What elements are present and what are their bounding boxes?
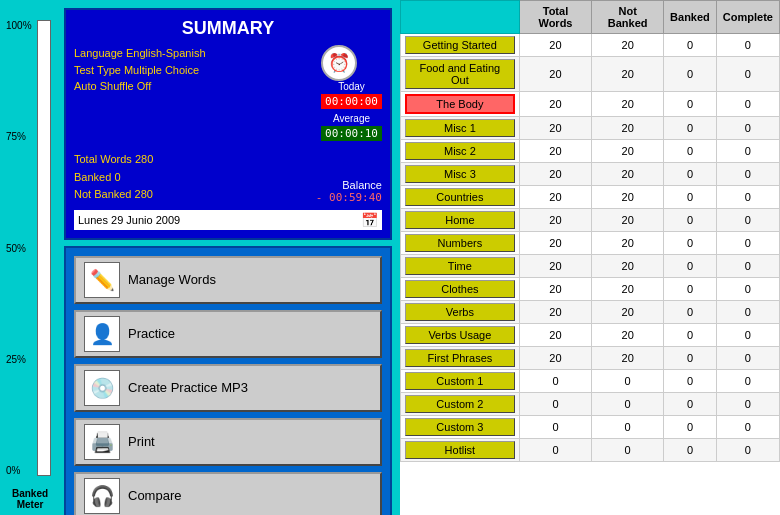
col-header-notbanked: Not Banked xyxy=(592,1,664,34)
topic-button[interactable]: Custom 1 xyxy=(405,372,515,390)
meter-tick-75: 75% xyxy=(6,131,34,142)
topic-cell[interactable]: Getting Started xyxy=(401,34,520,57)
print-label: Print xyxy=(128,434,155,449)
total-cell: 20 xyxy=(519,209,592,232)
topic-button[interactable]: Misc 3 xyxy=(405,165,515,183)
topic-button[interactable]: First Phrases xyxy=(405,349,515,367)
topic-button[interactable]: Getting Started xyxy=(405,36,515,54)
average-time: 00:00:10 xyxy=(321,126,382,141)
complete-cell: 0 xyxy=(716,163,779,186)
topic-cell[interactable]: Misc 3 xyxy=(401,163,520,186)
topic-cell[interactable]: Countries xyxy=(401,186,520,209)
summary-box: SUMMARY Language English-Spanish Test Ty… xyxy=(64,8,392,240)
balance-label: Balance xyxy=(316,179,382,191)
summary-info: Language English-Spanish Test Type Multi… xyxy=(74,45,206,95)
notbanked-cell: 20 xyxy=(592,163,664,186)
table-row: Verbs 20 20 0 0 xyxy=(401,301,780,324)
col-header-topic xyxy=(401,1,520,34)
topic-cell[interactable]: Home xyxy=(401,209,520,232)
topic-cell[interactable]: The Body xyxy=(401,92,520,117)
total-cell: 20 xyxy=(519,255,592,278)
banked-cell: 0 xyxy=(664,301,717,324)
meter-tick-50: 50% xyxy=(6,243,34,254)
test-type-value: Multiple Choice xyxy=(124,64,199,76)
print-button[interactable]: 🖨️ Print xyxy=(74,418,382,466)
complete-cell: 0 xyxy=(716,439,779,462)
clock-icon: ⏰ xyxy=(321,45,357,81)
manage-words-icon: ✏️ xyxy=(84,262,120,298)
banked-cell: 0 xyxy=(664,370,717,393)
banked-cell: 0 xyxy=(664,163,717,186)
meter-tick-100: 100% xyxy=(6,20,34,31)
banked-cell: 0 xyxy=(664,439,717,462)
banked-cell: 0 xyxy=(664,34,717,57)
notbanked-cell: 20 xyxy=(592,347,664,370)
notbanked-cell: 20 xyxy=(592,324,664,347)
topic-cell[interactable]: Verbs xyxy=(401,301,520,324)
meter-tick-25: 25% xyxy=(6,354,34,365)
topic-cell[interactable]: Custom 2 xyxy=(401,393,520,416)
topic-cell[interactable]: Misc 2 xyxy=(401,140,520,163)
notbanked-cell: 0 xyxy=(592,416,664,439)
complete-cell: 0 xyxy=(716,301,779,324)
meter-tick-0: 0% xyxy=(6,465,34,476)
banked-cell: 0 xyxy=(664,347,717,370)
topic-cell[interactable]: Clothes xyxy=(401,278,520,301)
topic-button[interactable]: Misc 1 xyxy=(405,119,515,137)
totals-info: Total Words 280 Banked 0 Not Banked 280 xyxy=(74,151,153,204)
topic-cell[interactable]: Misc 1 xyxy=(401,117,520,140)
total-cell: 20 xyxy=(519,92,592,117)
topic-button[interactable]: Verbs Usage xyxy=(405,326,515,344)
col-header-banked: Banked xyxy=(664,1,717,34)
create-mp3-icon: 💿 xyxy=(84,370,120,406)
topic-button[interactable]: Clothes xyxy=(405,280,515,298)
language-value: English-Spanish xyxy=(126,47,206,59)
topic-button[interactable]: Verbs xyxy=(405,303,515,321)
summary-table: Total Words Not Banked Banked Complete G… xyxy=(400,0,780,462)
topic-cell[interactable]: First Phrases xyxy=(401,347,520,370)
topic-cell[interactable]: Custom 3 xyxy=(401,416,520,439)
topic-button[interactable]: Misc 2 xyxy=(405,142,515,160)
complete-cell: 0 xyxy=(716,186,779,209)
topic-cell[interactable]: Verbs Usage xyxy=(401,324,520,347)
compare-button[interactable]: 🎧 Compare xyxy=(74,472,382,515)
complete-cell: 0 xyxy=(716,416,779,439)
topic-button[interactable]: Home xyxy=(405,211,515,229)
auto-shuffle-label: Auto Shuffle xyxy=(74,80,134,92)
topic-button[interactable]: Food and Eating Out xyxy=(405,59,515,89)
notbanked-cell: 20 xyxy=(592,92,664,117)
topic-cell[interactable]: Time xyxy=(401,255,520,278)
complete-cell: 0 xyxy=(716,278,779,301)
topic-button[interactable]: Custom 2 xyxy=(405,395,515,413)
notbanked-cell: 20 xyxy=(592,255,664,278)
total-cell: 20 xyxy=(519,278,592,301)
col-header-total: Total Words xyxy=(519,1,592,34)
table-row: Food and Eating Out 20 20 0 0 xyxy=(401,57,780,92)
topic-button[interactable]: Countries xyxy=(405,188,515,206)
topic-cell[interactable]: Food and Eating Out xyxy=(401,57,520,92)
banked-cell: 0 xyxy=(664,278,717,301)
topic-cell[interactable]: Numbers xyxy=(401,232,520,255)
practice-button[interactable]: 👤 Practice xyxy=(74,310,382,358)
right-panel: Total Words Not Banked Banked Complete G… xyxy=(400,0,780,515)
notbanked-cell: 20 xyxy=(592,209,664,232)
buttons-panel: ✏️ Manage Words 👤 Practice 💿 Create Prac… xyxy=(64,246,392,515)
manage-words-button[interactable]: ✏️ Manage Words xyxy=(74,256,382,304)
topic-button[interactable]: Numbers xyxy=(405,234,515,252)
create-mp3-button[interactable]: 💿 Create Practice MP3 xyxy=(74,364,382,412)
total-cell: 20 xyxy=(519,163,592,186)
topic-button[interactable]: Custom 3 xyxy=(405,418,515,436)
topic-button[interactable]: Hotlist xyxy=(405,441,515,459)
total-cell: 20 xyxy=(519,186,592,209)
banked-cell: 0 xyxy=(664,393,717,416)
table-row: Clothes 20 20 0 0 xyxy=(401,278,780,301)
topic-cell[interactable]: Custom 1 xyxy=(401,370,520,393)
topic-button[interactable]: The Body xyxy=(405,94,515,114)
total-cell: 20 xyxy=(519,301,592,324)
complete-cell: 0 xyxy=(716,347,779,370)
topic-cell[interactable]: Hotlist xyxy=(401,439,520,462)
notbanked-cell: 20 xyxy=(592,57,664,92)
topic-button[interactable]: Time xyxy=(405,257,515,275)
banked-cell: 0 xyxy=(664,324,717,347)
complete-cell: 0 xyxy=(716,209,779,232)
